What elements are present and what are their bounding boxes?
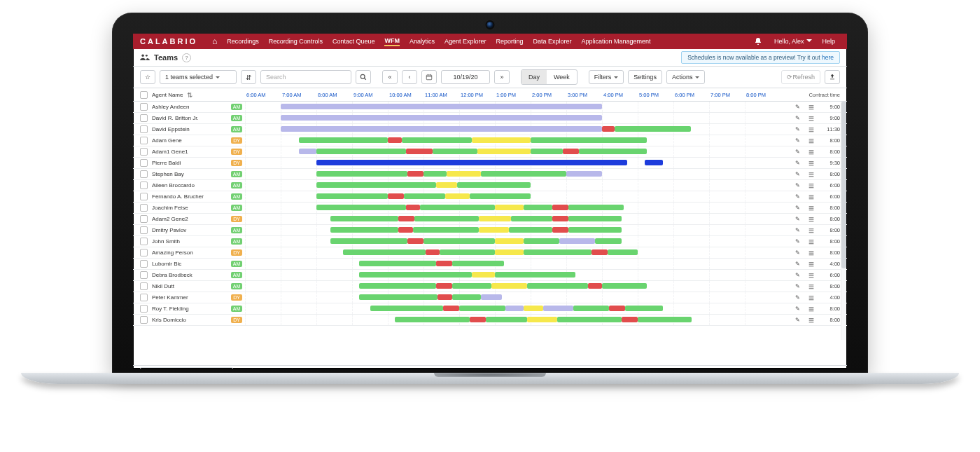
agent-name[interactable]: Lubomir Bic [152, 261, 181, 267]
schedule-segment[interactable] [524, 306, 543, 311]
nav-item-contact-queue[interactable]: Contact Queue [332, 38, 375, 45]
view-week[interactable]: Week [547, 70, 577, 84]
schedule-segment[interactable] [645, 160, 663, 165]
schedule-segment[interactable] [602, 126, 615, 132]
schedule-segment[interactable] [524, 249, 592, 255]
agent-checkbox[interactable] [140, 238, 148, 245]
schedule-segment[interactable] [436, 283, 452, 289]
schedule-segment[interactable] [330, 238, 407, 244]
schedule-segment[interactable] [543, 306, 573, 311]
schedule-segment[interactable] [359, 294, 438, 300]
edit-icon[interactable]: ✎ [794, 316, 802, 324]
agent-checkbox[interactable] [140, 125, 148, 133]
schedule-segment[interactable] [438, 294, 451, 300]
refresh-button[interactable]: Refresh [781, 70, 820, 84]
schedule-segment[interactable] [406, 149, 433, 154]
schedule-segment[interactable] [281, 126, 602, 132]
edit-icon[interactable]: ✎ [794, 148, 802, 156]
agent-checkbox[interactable] [140, 182, 148, 189]
agent-name[interactable]: Fernando A. Brucher [152, 193, 204, 200]
schedule-segment[interactable] [316, 160, 627, 165]
agent-checkbox[interactable] [140, 170, 148, 178]
schedule-segment[interactable] [445, 193, 470, 199]
nav-item-recording-controls[interactable]: Recording Controls [269, 38, 323, 45]
schedule-track[interactable] [245, 180, 780, 191]
schedule-segment[interactable] [398, 227, 412, 233]
edit-icon[interactable]: ✎ [794, 182, 802, 189]
user-menu[interactable]: Hello, Alex [774, 38, 813, 45]
edit-icon[interactable]: ✎ [794, 125, 802, 133]
agent-checkbox[interactable] [140, 193, 148, 200]
schedule-segment[interactable] [552, 216, 568, 221]
schedule-segment[interactable] [359, 283, 436, 289]
schedule-segment[interactable] [395, 317, 470, 322]
nav-item-application-management[interactable]: Application Management [582, 38, 651, 45]
edit-icon[interactable]: ✎ [794, 294, 802, 301]
schedule-track[interactable] [245, 236, 780, 247]
nav-item-agent-explorer[interactable]: Agent Explorer [444, 38, 486, 45]
schedule-segment[interactable] [316, 149, 406, 154]
schedule-track[interactable] [245, 169, 780, 179]
menu-icon[interactable] [807, 226, 815, 234]
agent-name[interactable]: Kris Domiccio [152, 317, 186, 323]
schedule-segment[interactable] [299, 149, 317, 154]
favorite-button[interactable]: ☆ [140, 70, 155, 84]
schedule-segment[interactable] [443, 306, 459, 311]
schedule-segment[interactable] [479, 216, 511, 221]
menu-icon[interactable] [807, 103, 815, 111]
schedule-segment[interactable] [609, 306, 625, 311]
schedule-segment[interactable] [495, 205, 524, 210]
sort-indicator-icon[interactable]: ⇅ [187, 91, 192, 99]
schedule-track[interactable] [245, 270, 780, 280]
agent-name[interactable]: Nikil Dutt [152, 283, 174, 289]
help-icon[interactable]: ? [182, 53, 191, 62]
schedule-segment[interactable] [316, 182, 436, 188]
schedule-segment[interactable] [573, 306, 609, 311]
schedule-track[interactable] [245, 113, 780, 123]
schedule-segment[interactable] [568, 205, 624, 210]
schedule-segment[interactable] [359, 272, 472, 278]
schedule-track[interactable] [245, 124, 780, 135]
schedule-segment[interactable] [452, 283, 491, 289]
agent-checkbox[interactable] [140, 305, 148, 313]
schedule-segment[interactable] [414, 216, 479, 221]
schedule-segment[interactable] [470, 193, 531, 199]
menu-icon[interactable] [807, 305, 815, 313]
schedule-segment[interactable] [388, 137, 402, 143]
schedule-segment[interactable] [524, 238, 559, 244]
schedule-segment[interactable] [477, 149, 531, 154]
schedule-track[interactable] [245, 102, 780, 112]
schedule-segment[interactable] [359, 261, 436, 266]
schedule-segment[interactable] [568, 216, 622, 221]
schedule-segment[interactable] [563, 149, 579, 154]
nav-item-reporting[interactable]: Reporting [496, 38, 524, 45]
edit-icon[interactable]: ✎ [794, 170, 802, 178]
schedule-segment[interactable] [370, 306, 444, 311]
agent-name[interactable]: Pierre Baldi [152, 160, 181, 166]
nav-item-recordings[interactable]: Recordings [227, 38, 259, 45]
agent-checkbox[interactable] [140, 316, 148, 324]
schedule-segment[interactable] [479, 227, 509, 233]
agent-checkbox[interactable] [140, 271, 148, 279]
sort-button[interactable] [241, 70, 256, 84]
agent-checkbox[interactable] [140, 215, 148, 223]
schedule-segment[interactable] [316, 171, 407, 177]
schedule-segment[interactable] [447, 171, 480, 177]
schedule-segment[interactable] [595, 238, 622, 244]
menu-icon[interactable] [807, 260, 815, 268]
agent-checkbox[interactable] [140, 148, 148, 156]
agent-name-header[interactable]: Agent Name [152, 92, 183, 98]
schedule-segment[interactable] [602, 283, 647, 289]
schedule-segment[interactable] [557, 317, 622, 322]
search-input[interactable]: Search [260, 70, 351, 84]
vertical-scrollbar[interactable] [841, 102, 846, 340]
menu-icon[interactable] [807, 282, 815, 290]
schedule-segment[interactable] [330, 216, 398, 221]
agent-checkbox[interactable] [140, 226, 148, 234]
menu-icon[interactable] [807, 159, 815, 167]
menu-icon[interactable] [807, 204, 815, 212]
schedule-segment[interactable] [472, 272, 495, 278]
date-field[interactable]: 10/19/20 [441, 70, 490, 84]
agent-name[interactable]: Adam Gene [152, 137, 182, 144]
schedule-segment[interactable] [299, 137, 388, 143]
